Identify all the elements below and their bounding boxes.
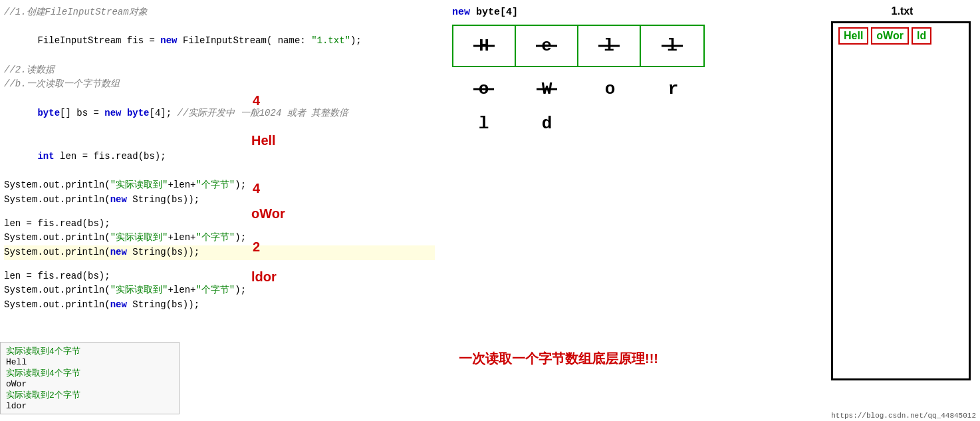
code-line-fis: FileInputStream fis = new FileInputStrea…: [4, 20, 435, 63]
byte-char-H: H: [479, 36, 489, 56]
file-panel: 1.txt Hell oWor ld: [824, 0, 980, 421]
third-cell-0: l: [452, 114, 515, 134]
bottom-principle-text: 一次读取一个字节数组底层原理!!!: [459, 350, 658, 368]
console-line-5: 实际读取到2个字节: [6, 389, 174, 401]
console-line-4: oWor: [6, 379, 174, 389]
byte-char-l1: l: [604, 36, 614, 56]
label-ldor: ldor: [251, 269, 277, 285]
diagram-panel: new byte[4] H e l l o W o r l: [439, 0, 824, 421]
code-line-byte-array: byte[] bs = new byte[4]; //实际开发中 一般1024 …: [4, 92, 435, 135]
third-cell-2: [578, 114, 642, 134]
comment-line-2: //2.读数据: [4, 63, 435, 78]
console-output: 实际读取到4个字节 Hell 实际读取到4个字节 oWor 实际读取到2个字节 …: [0, 342, 180, 414]
file-chunks-row: Hell oWor ld: [833, 23, 969, 49]
byte-array-visual: H e l l: [452, 25, 705, 67]
code-line-println-2a: System.out.println("实际读取到"+len+"个字节");: [4, 231, 435, 245]
second-char-W: W: [542, 79, 552, 99]
code-line-println-2b: System.out.println(new String(bs));: [4, 245, 435, 260]
console-line-6: ldor: [6, 401, 174, 411]
file-content-box: Hell oWor ld: [831, 21, 971, 380]
byte-char-l2: l: [667, 36, 677, 56]
code-line-len-3: len = fis.read(bs);: [4, 269, 435, 284]
label-4-first: 4: [253, 93, 260, 108]
code-line-println-3b: System.out.println(new String(bs));: [4, 298, 435, 313]
chunk-ld: ld: [912, 27, 931, 45]
second-cell-3: r: [642, 79, 705, 99]
label-owor: oWor: [251, 206, 285, 221]
code-line-len-2: len = fis.read(bs);: [4, 217, 435, 231]
second-row-visual: o W o r: [452, 79, 705, 99]
comment-line-3: //b.一次读取一个字节数组: [4, 77, 435, 92]
code-panel: //1.创建FileInputStream对象 FileInputStream …: [0, 0, 439, 421]
third-char-l: l: [479, 114, 489, 134]
new-byte-label: new byte[4]: [452, 7, 811, 18]
code-block-3: len = fis.read(bs); System.out.println("…: [4, 269, 435, 313]
chunk-owor: oWor: [871, 27, 909, 45]
code-block-2: len = fis.read(bs); System.out.println("…: [4, 217, 435, 260]
byte-cell-2: l: [578, 26, 641, 66]
console-line-2: Hell: [6, 357, 174, 367]
comment-line-1: //1.创建FileInputStream对象: [4, 5, 435, 20]
code-block-1: //1.创建FileInputStream对象 FileInputStream …: [4, 5, 435, 208]
code-line-int-len-1: int len = fis.read(bs);: [4, 135, 435, 178]
third-cell-1: d: [515, 114, 578, 134]
byte-cell-3: l: [641, 26, 703, 66]
byte-char-e: e: [541, 36, 552, 56]
label-hell: Hell: [251, 133, 276, 148]
byte-cell-1: e: [516, 26, 578, 66]
second-cell-1: W: [515, 79, 578, 99]
third-row-visual: l d: [452, 114, 705, 134]
console-line-1: 实际读取到4个字节: [6, 345, 174, 357]
code-line-println-1b: System.out.println(new String(bs));: [4, 193, 435, 208]
second-char-r: r: [668, 79, 679, 99]
second-cell-2: o: [578, 79, 642, 99]
url-bar: https://blog.csdn.net/qq_44845012: [827, 410, 980, 421]
third-char-d: d: [542, 114, 552, 134]
chunk-hell: Hell: [838, 27, 868, 45]
code-line-println-3a: System.out.println("实际读取到"+len+"个字节");: [4, 283, 435, 298]
byte-cell-0: H: [453, 26, 516, 66]
file-title: 1.txt: [831, 5, 973, 17]
second-cell-0: o: [452, 79, 515, 99]
second-char-o: o: [479, 79, 489, 99]
second-char-o2: o: [605, 79, 616, 99]
label-4-second: 4: [253, 181, 260, 196]
console-line-3: 实际读取到4个字节: [6, 367, 174, 379]
third-cell-3: [642, 114, 705, 134]
label-2: 2: [253, 239, 260, 255]
code-line-println-1a: System.out.println("实际读取到"+len+"个字节");: [4, 178, 435, 193]
